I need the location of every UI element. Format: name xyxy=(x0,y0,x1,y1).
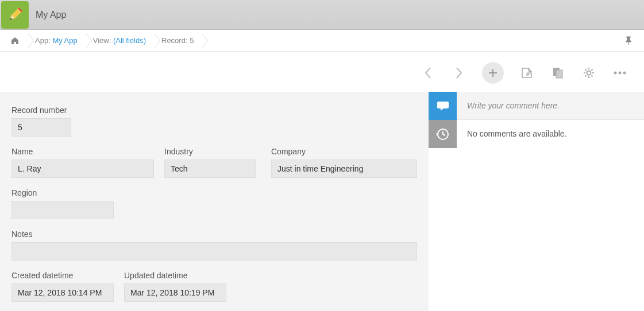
breadcrumb-view-link[interactable]: (All fields) xyxy=(113,36,146,45)
home-icon xyxy=(10,36,20,45)
field-company: Company Just in time Engineering xyxy=(271,147,417,178)
gear-icon xyxy=(583,67,595,79)
field-industry: Industry Tech xyxy=(164,147,256,178)
comment-tabs xyxy=(429,92,457,311)
comments-tab[interactable] xyxy=(429,92,457,120)
svg-rect-5 xyxy=(556,70,562,78)
app-icon xyxy=(1,1,29,29)
copy-icon xyxy=(552,67,564,79)
svg-point-9 xyxy=(623,72,626,75)
plus-icon xyxy=(488,68,498,78)
svg-point-8 xyxy=(619,72,622,75)
comment-body: Write your comment here. No comments are… xyxy=(457,92,644,311)
breadcrumb-view[interactable]: View: (All fields) xyxy=(82,33,154,48)
prev-button[interactable] xyxy=(420,65,436,81)
comment-panel: Write your comment here. No comments are… xyxy=(429,92,644,311)
pencil-icon xyxy=(6,6,24,24)
history-icon xyxy=(436,127,450,141)
add-button[interactable] xyxy=(482,62,504,84)
field-value xyxy=(11,242,417,261)
record-toolbar xyxy=(0,52,644,92)
field-value: Mar 12, 2018 10:14 PM xyxy=(11,283,114,302)
chevron-left-icon xyxy=(424,67,432,79)
app-header: My App xyxy=(0,0,644,30)
more-icon xyxy=(613,71,627,75)
copy-button[interactable] xyxy=(550,65,566,81)
app-title: My App xyxy=(36,10,66,20)
svg-point-7 xyxy=(614,72,617,75)
field-label: Industry xyxy=(164,147,256,156)
field-updated: Updated datetime Mar 12, 2018 10:19 PM xyxy=(124,271,226,302)
record-form: Record number 5 Name L. Ray Industry Tec… xyxy=(0,92,429,311)
field-value: Just in time Engineering xyxy=(271,160,417,178)
breadcrumb-record-value: 5 xyxy=(190,36,194,45)
field-label: Updated datetime xyxy=(124,271,226,280)
field-label: Company xyxy=(271,147,417,156)
field-label: Created datetime xyxy=(11,271,114,280)
pin-icon xyxy=(624,36,633,45)
field-region: Region xyxy=(11,188,114,219)
field-label: Record number xyxy=(11,106,71,115)
field-created: Created datetime Mar 12, 2018 10:14 PM xyxy=(11,271,114,302)
field-value: 5 xyxy=(11,118,71,137)
comment-empty-message: No comments are available. xyxy=(457,120,644,147)
field-value: L. Ray xyxy=(11,160,154,178)
field-notes: Notes xyxy=(11,230,417,261)
chevron-right-icon xyxy=(455,67,463,79)
field-label: Notes xyxy=(11,230,417,239)
field-record-number: Record number 5 xyxy=(11,106,71,137)
pin-button[interactable] xyxy=(624,36,633,45)
field-name: Name L. Ray xyxy=(11,147,154,178)
field-label: Name xyxy=(11,147,154,156)
main-content: Record number 5 Name L. Ray Industry Tec… xyxy=(0,92,644,311)
field-value: Mar 12, 2018 10:19 PM xyxy=(124,283,226,302)
breadcrumb-app-link[interactable]: My App xyxy=(52,36,77,45)
field-value xyxy=(11,201,114,219)
svg-point-6 xyxy=(587,71,591,75)
field-label: Region xyxy=(11,188,114,197)
settings-button[interactable] xyxy=(581,65,597,81)
next-button[interactable] xyxy=(451,65,467,81)
comment-input[interactable]: Write your comment here. xyxy=(457,92,644,120)
edit-icon xyxy=(520,67,533,79)
edit-button[interactable] xyxy=(519,65,535,81)
breadcrumbs: App: My App View: (All fields) Record: 5 xyxy=(0,30,644,52)
comment-icon xyxy=(436,100,450,112)
history-tab[interactable] xyxy=(429,120,457,148)
more-button[interactable] xyxy=(612,65,628,81)
field-value: Tech xyxy=(164,160,256,178)
